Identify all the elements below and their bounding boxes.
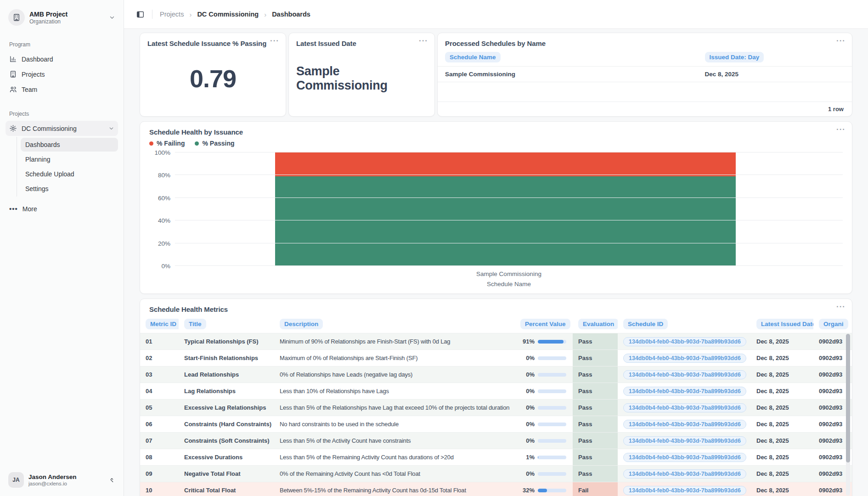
metrics-table-row: 02 Start-Finish Relationships Maximum of… [140,349,852,366]
column-header-latest-issued-date[interactable]: Latest Issued Date [756,319,813,329]
metric-latest-issued-date-cell: Dec 8, 2025 [751,333,813,349]
legend-item[interactable]: % Failing [149,140,185,147]
row-count-label: 1 row [438,101,852,116]
sidebar-item-settings[interactable]: Settings [21,182,118,196]
breadcrumb-dc-commissioning[interactable]: DC Commissioning [197,11,259,18]
metric-latest-issued-date-cell: Dec 8, 2025 [751,466,813,482]
org-switcher[interactable]: AMB Project Organization [6,7,118,28]
schedule-id-pill[interactable]: 134db0b4-feb0-43bb-903d-7ba899b93dd6 [623,420,746,429]
metric-percent-cell: 32% [515,482,573,496]
card-menu-button[interactable]: ··· [836,125,845,133]
metric-percent-cell: 0% [515,416,573,432]
metrics-table-row: 08 Excessive Durations Less than 5% of t… [140,449,852,465]
metric-schedule-id-cell: 134db0b4-feb0-43bb-903d-7ba899b93dd6 [618,416,751,432]
card-menu-button[interactable]: ··· [270,37,279,45]
metric-schedule-id-cell: 134db0b4-feb0-43bb-903d-7ba899b93dd6 [618,482,751,496]
metric-description-cell: 0% of the Remaining Activity Count has <… [274,466,515,482]
building-icon [12,13,21,22]
processed-table-header: Schedule Name Issued Date: Day [438,47,852,67]
breadcrumb-projects[interactable]: Projects [160,11,184,18]
metric-title-cell: Lag Relationships [179,383,274,399]
metrics-table-row: 09 Negative Total Float 0% of the Remain… [140,465,852,482]
schedule-id-pill[interactable]: 134db0b4-feb0-43bb-903d-7ba899b93dd6 [623,354,746,363]
sidebar: AMB Project Organization Program Dashboa… [0,0,124,496]
card-menu-button[interactable]: ··· [419,37,428,45]
metric-id-cell: 03 [140,366,179,383]
column-header-organization[interactable]: Organi [819,319,848,329]
bar-segment-passing [275,176,736,266]
percent-value-label: 32% [523,487,535,494]
metric-schedule-id-cell: 134db0b4-feb0-43bb-903d-7ba899b93dd6 [618,366,751,383]
legend-label: % Failing [157,140,185,147]
legend-item[interactable]: % Passing [195,140,234,147]
sidebar-item-dc-commissioning[interactable]: DC Commissioning [6,121,118,136]
schedule-id-pill[interactable]: 134db0b4-feb0-43bb-903d-7ba899b93dd6 [623,387,746,396]
metric-evaluation-cell: Pass [573,383,618,399]
metrics-table-body: 01 Typical Relationships (FS) Minimum of… [140,333,852,496]
metrics-table-row: 05 Excessive Lag Relationships Less than… [140,399,852,416]
metric-id-cell: 06 [140,416,179,432]
percent-bar [538,489,566,492]
metric-title-cell: Lead Relationships [179,366,274,383]
percent-value-label: 0% [526,470,535,477]
user-menu[interactable]: JA Jason Andersen jason@cxlens.io [6,470,118,490]
column-header-evaluation[interactable]: Evaluation [578,319,618,329]
sidebar-item-dashboards[interactable]: Dashboards [21,138,118,152]
gridline [175,175,843,175]
chevron-right-icon: › [189,11,192,18]
metric-schedule-id-cell: 134db0b4-feb0-43bb-903d-7ba899b93dd6 [618,350,751,366]
sidebar-spacer [6,216,118,470]
metric-schedule-id-cell: 134db0b4-feb0-43bb-903d-7ba899b93dd6 [618,400,751,416]
avatar: JA [8,472,24,488]
column-header-issued-date[interactable]: Issued Date: Day [705,52,764,62]
card-menu-button[interactable]: ··· [836,303,845,310]
metric-id-cell: 02 [140,350,179,366]
schedule-id-pill[interactable]: 134db0b4-feb0-43bb-903d-7ba899b93dd6 [623,370,746,379]
column-header-schedule-name[interactable]: Schedule Name [445,52,501,62]
chevrons-up-down-icon [108,477,115,484]
sidebar-item-more[interactable]: ••• More [6,201,118,216]
sidebar-item-schedule-upload[interactable]: Schedule Upload [21,167,118,181]
org-text: AMB Project Organization [29,11,104,25]
legend-dot-icon [149,141,153,146]
kpi-value: Sample Commissioning [296,64,427,93]
schedule-id-pill[interactable]: 134db0b4-feb0-43bb-903d-7ba899b93dd6 [623,337,746,346]
metric-id-cell: 09 [140,466,179,482]
sidebar-item-projects[interactable]: Projects [6,67,118,82]
breadcrumb-dashboards[interactable]: Dashboards [272,11,310,18]
percent-value-label: 0% [526,404,535,411]
percent-value-label: 0% [526,371,535,378]
schedule-id-pill[interactable]: 134db0b4-feb0-43bb-903d-7ba899b93dd6 [623,469,746,479]
sidebar-item-dashboard[interactable]: Dashboard [6,51,118,67]
metric-latest-issued-date-cell: Dec 8, 2025 [751,366,813,383]
column-header-schedule-id[interactable]: Schedule ID [623,319,668,329]
card-menu-button[interactable]: ··· [836,37,845,45]
metric-percent-cell: 0% [515,400,573,416]
metric-id-cell: 01 [140,333,179,349]
percent-value-label: 1% [526,454,535,461]
schedule-id-pill[interactable]: 134db0b4-feb0-43bb-903d-7ba899b93dd6 [623,403,746,412]
sidebar-item-team[interactable]: Team [6,82,118,97]
sidebar-item-planning[interactable]: Planning [21,152,118,166]
chart-plot [175,152,843,266]
schedule-id-pill[interactable]: 134db0b4-feb0-43bb-903d-7ba899b93dd6 [623,436,746,445]
schedule-id-pill[interactable]: 134db0b4-feb0-43bb-903d-7ba899b93dd6 [623,486,746,495]
scrollbar-thumb[interactable] [846,334,850,462]
column-header-description[interactable]: Description [280,319,323,329]
topbar: Projects › DC Commissioning › Dashboards [124,0,868,29]
metric-description-cell: Minimum of 90% of Relationships are Fini… [274,333,515,349]
metric-description-cell: 0% of Relationships have Leads (negative… [274,366,515,383]
metric-percent-cell: 0% [515,433,573,449]
column-header-percent-value[interactable]: Percent Value [520,319,570,329]
column-header-metric-id[interactable]: Metric ID [146,319,179,329]
metric-evaluation-cell: Pass [573,366,618,383]
percent-bar-fill [538,456,538,459]
percent-bar [538,373,566,377]
sidebar-toggle-button[interactable] [136,10,145,19]
metrics-table-header: Metric ID Title Description Percent Valu… [140,318,852,333]
column-header-title[interactable]: Title [184,319,206,329]
schedule-id-pill[interactable]: 134db0b4-feb0-43bb-903d-7ba899b93dd6 [623,453,746,462]
y-tick-label: 100% [154,149,170,156]
chevron-right-icon: › [264,11,266,18]
user-name: Jason Andersen [28,473,104,480]
